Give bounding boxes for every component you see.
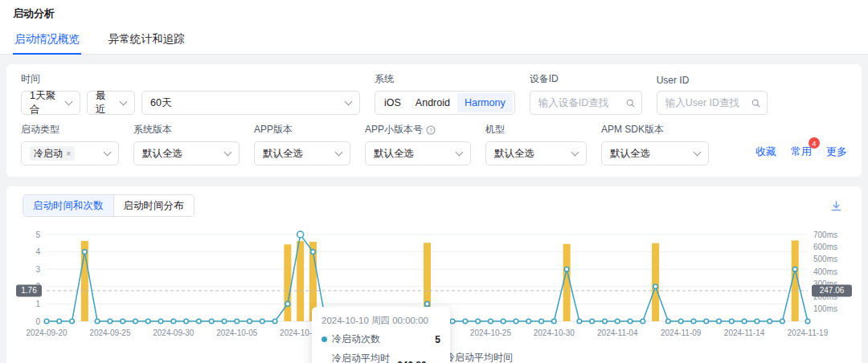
system-filter-group: 系统 iOS Android Harmony <box>375 72 515 115</box>
device-id-group: 设备ID <box>530 72 642 115</box>
chevron-down-icon <box>345 97 353 105</box>
filter-row-2: 启动类型 冷启动 × 系统版本 默认全选 APP版本 默认全选 <box>21 123 847 165</box>
chevron-down-icon <box>335 148 343 156</box>
tab-exception-stats[interactable]: 异常统计和追踪 <box>107 24 186 54</box>
device-model-select[interactable]: 默认全选 <box>485 141 587 165</box>
chevron-down-icon <box>224 148 232 156</box>
time-filter-label: 时间 <box>21 72 360 86</box>
system-option-harmony[interactable]: Harmony <box>457 93 513 112</box>
chart-tab-time-and-count[interactable]: 启动时间和次数 <box>23 194 114 217</box>
chart-tab-time-distribution[interactable]: 启动时间分布 <box>114 194 194 217</box>
chevron-down-icon <box>694 148 702 156</box>
app-version-group: APP版本 默认全选 <box>254 123 350 165</box>
launch-type-group: 启动类型 冷启动 × <box>21 123 119 165</box>
app-minor-version-label: APP小版本号 ? <box>365 123 471 137</box>
app-minor-version-group: APP小版本号 ? 默认全选 <box>365 123 471 165</box>
common-count-badge: 4 <box>809 137 820 149</box>
svg-text:2024-09-20: 2024-09-20 <box>26 328 68 337</box>
download-icon <box>830 200 842 212</box>
search-icon[interactable] <box>626 98 635 108</box>
sdk-version-select[interactable]: 默认全选 <box>601 141 709 165</box>
time-aggregation-select[interactable]: 1天聚合 <box>21 91 80 115</box>
chevron-down-icon <box>65 97 73 105</box>
page-header: 启动分析 启动情况概览 异常统计和追踪 <box>0 0 868 55</box>
page-title: 启动分析 <box>13 0 855 24</box>
tooltip-date: 2024-10-10 周四 00:00:00 <box>321 315 440 327</box>
launch-type-tag-text: 冷启动 <box>34 148 63 159</box>
info-icon[interactable]: ? <box>426 125 436 135</box>
time-range-select[interactable]: 60天 <box>141 91 360 115</box>
svg-text:?: ? <box>429 126 432 133</box>
svg-text:2024-10-05: 2024-10-05 <box>216 328 258 337</box>
close-icon[interactable]: × <box>66 148 71 159</box>
launch-type-label: 启动类型 <box>21 123 119 137</box>
more-button[interactable]: 更多 <box>826 145 847 159</box>
system-option-ios[interactable]: iOS <box>377 93 408 112</box>
common-filters-button[interactable]: 常用 4 <box>791 145 812 159</box>
svg-text:2024-09-25: 2024-09-25 <box>89 328 131 337</box>
tooltip-row-count: 冷启动次数 5 <box>321 332 440 346</box>
filter-row-1: 时间 1天聚合 最近 60天 系统 iOS Android <box>21 72 847 115</box>
user-id-field <box>657 91 768 115</box>
launch-chart-card: 启动时间和次数 启动时间分布 012345100ms200ms300ms400m… <box>6 186 862 363</box>
favorite-button[interactable]: 收藏 <box>755 145 776 159</box>
svg-text:2024-10-30: 2024-10-30 <box>534 328 575 337</box>
tooltip-label-avg-time: 冷启动平均时间 <box>332 352 392 363</box>
legend-label-avg-time: 冷启动平均时间 <box>445 351 513 363</box>
os-version-group: 系统版本 默认全选 <box>133 123 240 165</box>
svg-text:4: 4 <box>35 247 40 256</box>
time-aggregation-value: 1天聚合 <box>30 89 59 116</box>
svg-text:600ms: 600ms <box>813 243 837 251</box>
tooltip-value-avg-time: 646.80ms <box>397 360 440 363</box>
sdk-version-label: APM SDK版本 <box>601 123 709 137</box>
sdk-version-value: 默认全选 <box>610 147 650 161</box>
top-tab-bar: 启动情况概览 异常统计和追踪 <box>0 24 868 55</box>
app-version-select[interactable]: 默认全选 <box>254 141 350 165</box>
tab-launch-overview[interactable]: 启动情况概览 <box>13 24 81 54</box>
device-id-input[interactable] <box>538 97 620 108</box>
os-version-label: 系统版本 <box>133 123 240 137</box>
app-minor-version-select[interactable]: 默认全选 <box>365 141 471 165</box>
svg-text:1: 1 <box>35 300 40 308</box>
chevron-down-icon <box>104 148 112 156</box>
os-version-value: 默认全选 <box>142 147 182 161</box>
user-id-label: User ID <box>657 75 768 86</box>
svg-text:0: 0 <box>35 317 40 326</box>
filter-actions: 收藏 常用 4 更多 <box>755 145 847 165</box>
svg-text:2024-11-14: 2024-11-14 <box>724 328 765 337</box>
app-minor-version-label-text: APP小版本号 <box>365 123 423 137</box>
launch-type-select[interactable]: 冷启动 × <box>21 141 119 165</box>
svg-text:2024-09-30: 2024-09-30 <box>153 328 194 337</box>
svg-text:2024-10-25: 2024-10-25 <box>470 328 512 337</box>
download-button[interactable] <box>827 197 845 215</box>
filter-panel: 时间 1天聚合 最近 60天 系统 iOS Android <box>6 64 862 177</box>
svg-text:700ms: 700ms <box>813 230 837 239</box>
system-option-android[interactable]: Android <box>408 93 457 112</box>
svg-text:3: 3 <box>35 265 40 274</box>
time-recent-select[interactable]: 最近 <box>87 91 135 115</box>
search-icon[interactable] <box>751 98 760 108</box>
chart-tooltip: 2024-10-10 周四 00:00:00 冷启动次数 5 冷启动平均时间 6… <box>312 307 450 363</box>
device-model-group: 机型 默认全选 <box>485 123 587 165</box>
svg-text:100ms: 100ms <box>813 304 837 313</box>
system-segmented-control: iOS Android Harmony <box>375 91 515 115</box>
device-id-label: 设备ID <box>530 72 642 86</box>
chevron-down-icon <box>571 148 579 156</box>
svg-text:2024-11-19: 2024-11-19 <box>788 328 829 337</box>
device-id-field <box>530 91 642 115</box>
tooltip-label-count: 冷启动次数 <box>332 332 380 346</box>
time-range-value: 60天 <box>150 96 171 110</box>
os-version-select[interactable]: 默认全选 <box>133 141 240 165</box>
user-id-group: User ID <box>657 75 768 115</box>
app-version-value: 默认全选 <box>263 147 303 161</box>
chevron-down-icon <box>120 97 128 105</box>
app-minor-version-value: 默认全选 <box>374 147 414 161</box>
sdk-version-group: APM SDK版本 默认全选 <box>601 123 709 165</box>
tooltip-dot-count <box>321 336 327 342</box>
time-recent-value: 最近 <box>96 89 114 116</box>
svg-text:2024-11-09: 2024-11-09 <box>661 328 702 337</box>
svg-text:1.76: 1.76 <box>21 286 37 295</box>
svg-text:2024-11-04: 2024-11-04 <box>597 328 638 337</box>
user-id-input[interactable] <box>665 97 745 108</box>
svg-text:500ms: 500ms <box>813 255 837 263</box>
